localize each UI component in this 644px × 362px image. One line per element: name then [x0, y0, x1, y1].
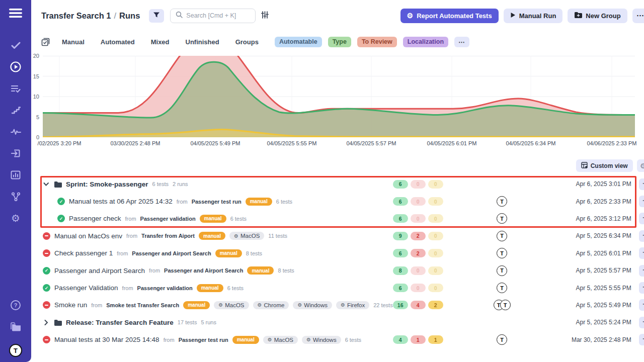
group-tests-count: 6 tests: [152, 181, 169, 187]
run-date: Apr 5, 2025 5:57 PM: [555, 267, 631, 274]
sidebar-item-settings[interactable]: ⚙: [8, 211, 23, 226]
assignee-avatar[interactable]: T: [497, 213, 507, 224]
table-row-run[interactable]: ✓ Passenger and Airport Search from Pass…: [31, 262, 644, 279]
row-more-button[interactable]: ⋯: [639, 213, 644, 224]
projects-folder-icon[interactable]: [8, 319, 23, 334]
header-more-button[interactable]: ⋯: [632, 9, 644, 23]
table-row-run[interactable]: Manual on MacOs env from Transfer from A…: [31, 227, 644, 244]
table-row-group-release[interactable]: Release: Transfer Search Feature 17 test…: [31, 314, 644, 331]
from-label: from: [164, 337, 175, 343]
table-row-run[interactable]: ✓ Passenger check from Passenger validat…: [31, 210, 644, 227]
tab-unfinished[interactable]: Unfinished: [186, 38, 219, 46]
sidebar-item-requirements[interactable]: [8, 146, 23, 161]
passed-status-icon: ✓: [57, 215, 65, 222]
sidebar-item-integrations[interactable]: [8, 189, 23, 204]
assignee-avatar[interactable]: T: [497, 196, 507, 207]
filter-button[interactable]: [149, 9, 164, 23]
chevron-right-icon[interactable]: [43, 319, 50, 326]
report-automated-tests-button[interactable]: ⚙ Report Automated Tests: [400, 9, 499, 23]
run-title[interactable]: Manual tests at 30 Mar 2025 14:48: [54, 336, 159, 343]
assignee-avatar[interactable]: T: [497, 248, 507, 258]
chart-plot[interactable]: [43, 56, 635, 137]
row-more-button[interactable]: ⋯: [639, 247, 644, 259]
run-date: Apr 5, 2025 6:34 PM: [555, 232, 631, 239]
folder-icon: [54, 181, 62, 188]
row-more-button[interactable]: ⋯: [639, 178, 644, 190]
run-source[interactable]: Passenger validation: [137, 285, 193, 291]
skipped-count-pill: 0: [428, 180, 443, 189]
failed-count-pill: 0: [411, 180, 426, 189]
run-title[interactable]: Manual tests at 06 Apr 2025 14:32: [69, 198, 173, 205]
row-more-button[interactable]: ⋯: [639, 265, 644, 277]
tab-manual[interactable]: Manual: [62, 38, 85, 46]
sidebar-item-milestones[interactable]: [8, 103, 23, 118]
help-icon[interactable]: ?: [8, 298, 23, 313]
run-source[interactable]: Passenger validation: [140, 216, 196, 222]
search-settings-button[interactable]: [261, 11, 269, 20]
select-all-icon[interactable]: [41, 38, 50, 46]
table-settings-button[interactable]: ⚙: [637, 159, 644, 172]
new-group-button[interactable]: New Group: [568, 9, 627, 23]
sidebar-item-reports[interactable]: [8, 167, 23, 183]
run-title[interactable]: Passenger and Airport Search: [54, 267, 145, 275]
row-more-button[interactable]: ⋯: [639, 196, 644, 207]
row-more-button[interactable]: ⋯: [639, 282, 644, 294]
table-row-run[interactable]: Smoke run from Smoke test Transfer Searc…: [31, 297, 644, 314]
search-input[interactable]: [186, 12, 247, 19]
group-title[interactable]: Sprint: Smoke-passenger: [66, 180, 148, 188]
tag-localization[interactable]: Localization: [403, 37, 448, 47]
run-source[interactable]: Passenger and Airport Search: [132, 250, 211, 256]
sidebar-item-tests[interactable]: [8, 38, 23, 53]
tag-to-review[interactable]: To Review: [357, 37, 397, 47]
user-avatar[interactable]: T: [9, 344, 22, 357]
run-source[interactable]: Passenger test run: [179, 337, 228, 343]
run-title[interactable]: Smoke run: [54, 301, 87, 309]
chevron-down-icon[interactable]: [43, 181, 50, 188]
run-source[interactable]: Transfer from Aiport: [141, 233, 195, 239]
sidebar-item-activity[interactable]: [8, 124, 23, 139]
assignee-avatar[interactable]: T: [497, 265, 507, 276]
table-row-run[interactable]: ✓ Manual tests at 06 Apr 2025 14:32 from…: [31, 193, 644, 210]
hamburger-menu-icon[interactable]: [9, 9, 22, 20]
row-more-button[interactable]: ⋯: [639, 299, 644, 311]
assignee-avatar[interactable]: T: [497, 231, 507, 241]
run-source[interactable]: Smoke test Transfer Search: [106, 302, 179, 308]
table-row-run[interactable]: Manual tests at 30 Mar 2025 14:48 from P…: [31, 331, 644, 348]
table-row-run[interactable]: ✓ Passenger Validation from Passenger va…: [31, 279, 644, 296]
table-toolbar: Custom view ⚙: [31, 159, 644, 172]
run-title[interactable]: Manual on MacOs env: [54, 232, 122, 240]
run-title[interactable]: Check passenger 1: [54, 249, 113, 257]
row-more-button[interactable]: ⋯: [639, 230, 644, 242]
sidebar-item-runs[interactable]: [8, 59, 23, 74]
tag-automatable[interactable]: Automatable: [275, 37, 322, 47]
tag-type[interactable]: Type: [328, 37, 351, 47]
run-title[interactable]: Passenger Validation: [54, 284, 118, 292]
assignee-avatar[interactable]: T: [500, 300, 511, 310]
breadcrumb-project[interactable]: Transfer Search 1: [41, 11, 111, 20]
table-row-group-sprint[interactable]: Sprint: Smoke-passenger 6 tests 2 runs 6…: [31, 175, 644, 193]
x-tick-7: 04/06/2025 2:33 PM: [587, 140, 636, 146]
group-runs-count: 5 runs: [201, 319, 216, 325]
env-label: Chrome: [264, 302, 284, 308]
assignee-avatar[interactable]: T: [497, 334, 507, 345]
group-title[interactable]: Release: Transfer Search Feature: [66, 319, 174, 326]
sidebar-item-test-plans[interactable]: [8, 81, 23, 96]
run-source[interactable]: Passenger test run: [192, 199, 242, 205]
tags-more-button[interactable]: ⋯: [454, 37, 469, 47]
tab-mixed[interactable]: Mixed: [151, 38, 170, 46]
assignee-avatar[interactable]: T: [497, 283, 507, 293]
play-icon: [510, 12, 516, 20]
passed-count-pill: 6: [393, 197, 408, 206]
tab-groups[interactable]: Groups: [235, 38, 259, 46]
tests-count: 8 tests: [278, 267, 294, 274]
passed-count-pill: 9: [393, 232, 408, 240]
skipped-count-pill: 0: [428, 232, 443, 240]
row-more-button[interactable]: ⋯: [639, 334, 644, 345]
manual-run-button[interactable]: Manual Run: [504, 9, 563, 23]
custom-view-button[interactable]: Custom view: [576, 159, 633, 172]
run-source[interactable]: Passenger and Airport Search: [164, 267, 243, 274]
table-row-run[interactable]: Check passenger 1 from Passenger and Air…: [31, 245, 644, 262]
tab-automated[interactable]: Automated: [101, 38, 135, 46]
row-more-button[interactable]: ⋯: [639, 317, 644, 328]
run-title[interactable]: Passenger check: [69, 215, 121, 222]
